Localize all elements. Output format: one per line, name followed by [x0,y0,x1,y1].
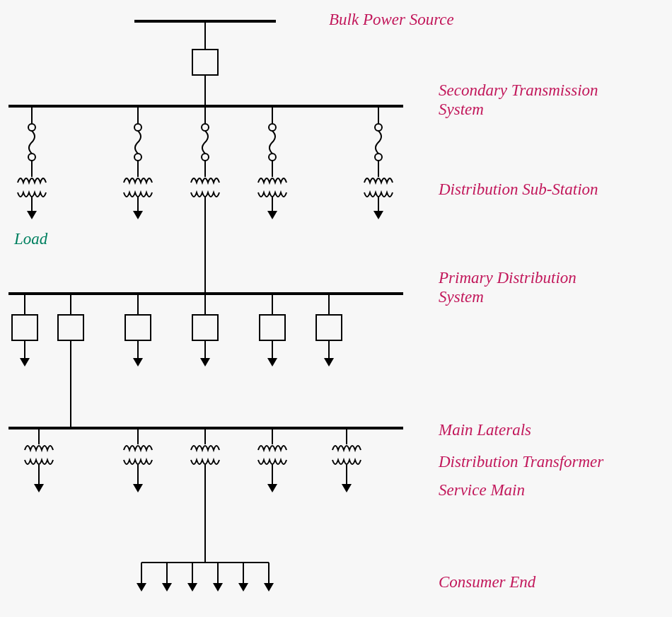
substation-drops [18,106,393,294]
fuse-icon [28,124,35,161]
transformer-icon [18,178,46,197]
breaker-icon [12,315,37,340]
label-load: Load [13,230,48,248]
label-dtransformer: Distribution Transformer [438,453,604,471]
label-consumer: Consumer End [439,573,536,591]
arrow-icon [27,211,37,219]
lateral-drops [25,428,361,563]
label-primary-2: System [439,288,484,306]
label-secondary-2: System [439,100,484,118]
label-primary-1: Primary Distribution [438,269,577,287]
label-secondary-1: Secondary Transmission [439,81,598,99]
breaker-icon [192,50,218,75]
label-service: Service Main [439,481,525,499]
power-distribution-diagram: Bulk Power Source Secondary Transmission… [0,0,672,617]
label-bulk: Bulk Power Source [329,11,454,28]
primary-feeders [12,294,342,428]
consumer-drops [137,563,274,592]
label-laterals: Main Laterals [438,421,531,439]
label-substation: Distribution Sub-Station [438,180,598,198]
